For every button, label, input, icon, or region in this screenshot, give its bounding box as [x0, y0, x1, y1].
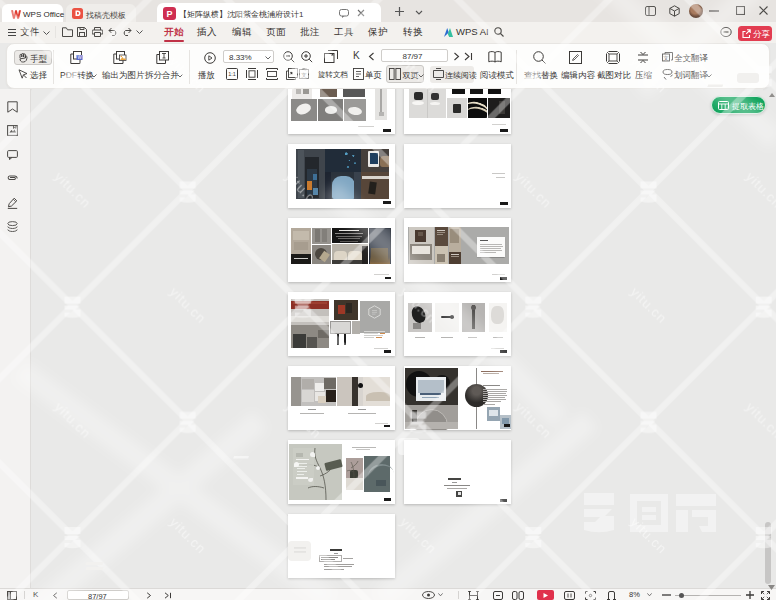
svg-text:文: 文 [301, 72, 307, 78]
svg-text:1:1: 1:1 [228, 71, 236, 77]
svg-text:P: P [166, 8, 172, 18]
svg-text:文: 文 [663, 55, 669, 61]
